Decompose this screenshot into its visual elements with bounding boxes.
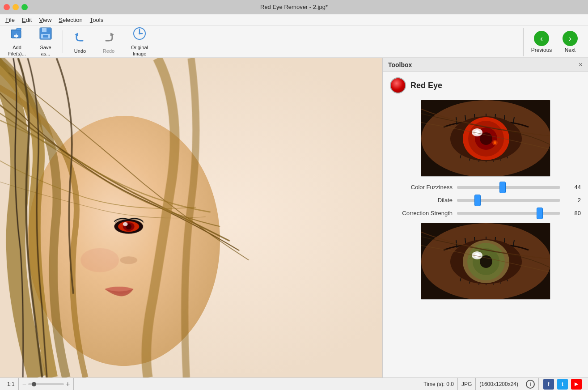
- next-icon: ›: [563, 31, 578, 46]
- add-files-label: AddFile(s)...: [8, 45, 26, 56]
- next-button[interactable]: › Next: [556, 28, 584, 56]
- original-image-button[interactable]: OriginalImage: [124, 27, 155, 56]
- previous-icon: ‹: [534, 31, 549, 46]
- close-button[interactable]: [4, 4, 10, 10]
- dilate-track[interactable]: [457, 199, 560, 202]
- add-files-button[interactable]: AddFile(s)...: [4, 27, 30, 56]
- red-eye-icon: [390, 77, 406, 93]
- info-section[interactable]: i: [522, 378, 539, 390]
- toolbar-separator-1: [63, 30, 63, 53]
- redo-icon: [102, 30, 116, 47]
- menu-selection[interactable]: Selection: [55, 16, 86, 24]
- format-section: JPG: [458, 378, 476, 390]
- undo-label: Undo: [74, 48, 86, 54]
- menu-edit[interactable]: Edit: [18, 16, 35, 24]
- youtube-icon[interactable]: ▶: [571, 379, 582, 390]
- nav-buttons: ‹ Previous › Next: [523, 28, 584, 56]
- info-icon[interactable]: i: [526, 380, 535, 389]
- zoom-slider-section[interactable]: − +: [19, 378, 74, 390]
- zoom-ratio-section: 1:1: [4, 378, 19, 390]
- menu-view[interactable]: View: [35, 16, 55, 24]
- menubar: File Edit View Selection Tools: [0, 14, 588, 26]
- save-as-icon: [38, 26, 53, 44]
- menu-tools[interactable]: Tools: [86, 16, 107, 24]
- red-eye-header: Red Eye: [390, 77, 581, 93]
- original-image-label: OriginalImage: [131, 45, 148, 56]
- dimensions-section: (1600x1200x24): [476, 378, 522, 390]
- time-section: Time (s): 0.0: [420, 378, 458, 390]
- after-preview: [421, 223, 550, 300]
- svg-point-14: [139, 33, 140, 34]
- redo-label: Redo: [103, 48, 114, 54]
- save-as-button[interactable]: Saveas...: [32, 27, 59, 56]
- dimensions-label: (1600x1200x24): [479, 381, 518, 387]
- menu-file[interactable]: File: [2, 16, 18, 24]
- canvas-area[interactable]: [0, 58, 382, 377]
- color-fuzziness-thumb[interactable]: [499, 182, 506, 193]
- zoom-ratio: 1:1: [7, 381, 15, 387]
- add-files-icon: [10, 26, 24, 44]
- svg-rect-3: [16, 34, 17, 38]
- zoom-in-button[interactable]: +: [66, 380, 70, 388]
- previous-button[interactable]: ‹ Previous: [527, 28, 556, 56]
- social-icons: f t ▶: [539, 379, 584, 390]
- svg-marker-1: [11, 28, 21, 30]
- next-label: Next: [565, 47, 576, 53]
- toolbox-close-button[interactable]: ×: [579, 61, 583, 69]
- svg-point-48: [494, 141, 496, 144]
- red-eye-label: Red Eye: [410, 81, 442, 90]
- window-controls[interactable]: [4, 4, 28, 10]
- redo-button[interactable]: Redo: [95, 27, 122, 56]
- toolbar: AddFile(s)... Saveas... Undo: [0, 26, 588, 58]
- main-canvas: [0, 58, 382, 377]
- correction-strength-thumb[interactable]: [537, 208, 543, 219]
- undo-button[interactable]: Undo: [67, 27, 93, 56]
- twitter-icon[interactable]: t: [557, 379, 568, 390]
- main-content: Toolbox × Red Eye: [0, 58, 588, 377]
- window-title: Red Eye Remover - 2.jpg*: [260, 4, 328, 10]
- before-preview: [421, 100, 550, 177]
- toolbox-body: Red Eye: [383, 72, 588, 377]
- dilate-value: 2: [565, 197, 581, 203]
- dilate-label: Dilate: [390, 197, 453, 203]
- minimize-button[interactable]: [13, 4, 19, 10]
- zoom-out-button[interactable]: −: [22, 380, 26, 388]
- svg-rect-8: [43, 35, 48, 38]
- after-preview-image: [421, 223, 550, 300]
- zoom-thumb[interactable]: [32, 382, 36, 386]
- zoom-track[interactable]: [28, 383, 64, 385]
- color-fuzziness-value: 44: [565, 184, 581, 191]
- undo-icon: [73, 30, 87, 47]
- save-as-label: Saveas...: [40, 45, 51, 56]
- zoom-control[interactable]: − +: [22, 380, 70, 388]
- time-label: Time (s):: [423, 381, 444, 387]
- toolbox-title: Toolbox: [388, 61, 412, 68]
- color-fuzziness-row: Color Fuzziness 44: [390, 184, 581, 191]
- maximize-button[interactable]: [21, 4, 28, 10]
- time-value: 0.0: [446, 381, 454, 387]
- before-preview-image: [421, 100, 550, 177]
- color-fuzziness-track[interactable]: [457, 186, 560, 189]
- original-image-icon: [132, 26, 147, 44]
- dilate-thumb[interactable]: [474, 195, 481, 206]
- correction-strength-row: Correction Strength 80: [390, 210, 581, 216]
- correction-strength-value: 80: [565, 210, 581, 216]
- toolbox-header: Toolbox ×: [383, 58, 588, 72]
- color-fuzziness-label: Color Fuzziness: [390, 184, 453, 191]
- correction-strength-track[interactable]: [457, 212, 560, 215]
- previous-label: Previous: [531, 47, 552, 53]
- svg-point-22: [123, 222, 128, 226]
- format-label: JPG: [461, 381, 472, 387]
- titlebar: Red Eye Remover - 2.jpg*: [0, 0, 588, 14]
- statusbar: 1:1 − + Time (s): 0.0 JPG (1600x1200x24)…: [0, 377, 588, 390]
- correction-strength-label: Correction Strength: [390, 210, 453, 216]
- toolbox-panel: Toolbox × Red Eye: [382, 58, 588, 377]
- svg-point-23: [80, 248, 119, 272]
- svg-rect-6: [47, 28, 48, 32]
- dilate-row: Dilate 2: [390, 197, 581, 203]
- facebook-icon[interactable]: f: [543, 379, 554, 390]
- svg-point-17: [120, 256, 137, 264]
